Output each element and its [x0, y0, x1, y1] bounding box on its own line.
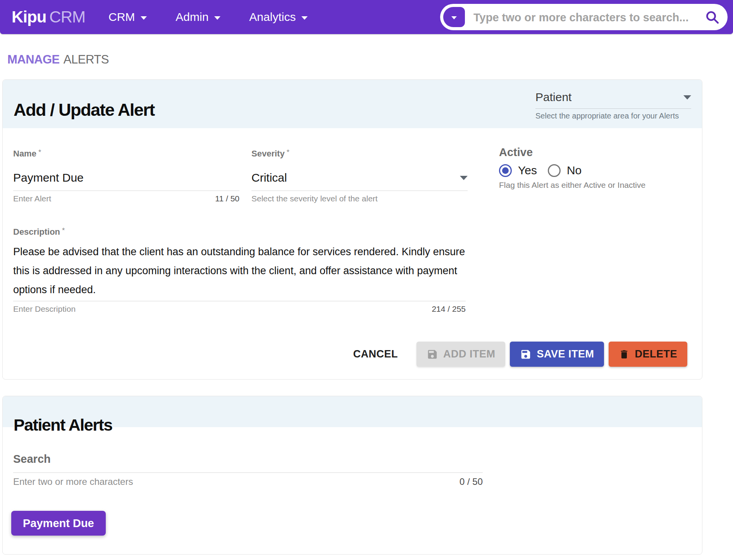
- alerts-search-field: Search Enter two or more characters 0 / …: [13, 453, 483, 487]
- search-icon[interactable]: [704, 9, 720, 26]
- add-update-alert-card: Add / Update Alert Patient Select the ap…: [2, 79, 702, 380]
- breadcrumb: MANAGEALERTS: [7, 53, 109, 67]
- patient-alerts-title: Patient Alerts: [14, 416, 112, 435]
- severity-helper: Select the severity level of the alert: [251, 194, 378, 203]
- radio-yes-label: Yes: [518, 164, 537, 177]
- description-helper: Enter Description: [13, 304, 76, 314]
- active-radio-group: Active Yes No Flag this Alert as either …: [499, 146, 685, 190]
- description-field: Description* Please be advised that the …: [13, 226, 466, 314]
- name-label: Name*: [13, 148, 239, 159]
- global-search: [440, 4, 728, 30]
- save-icon: [427, 349, 438, 360]
- name-helper: Enter Alert: [13, 194, 51, 203]
- description-textarea[interactable]: Please be advised that the client has an…: [13, 242, 466, 299]
- alert-area-value: Patient: [535, 91, 571, 104]
- search-scope-dropdown[interactable]: [443, 7, 465, 27]
- add-item-button[interactable]: ADD ITEM: [416, 342, 506, 367]
- alerts-search-helper: Enter two or more characters: [13, 476, 133, 487]
- chevron-down-icon: [683, 95, 691, 100]
- required-mark: *: [287, 148, 289, 156]
- severity-label: Severity*: [251, 148, 468, 159]
- trash-icon: [619, 349, 630, 360]
- name-input[interactable]: Payment Due: [13, 171, 239, 184]
- card-header: Patient Alerts: [3, 396, 702, 427]
- save-item-button[interactable]: SAVE ITEM: [510, 342, 604, 367]
- radio-no-label: No: [567, 164, 582, 177]
- required-mark: *: [38, 148, 41, 156]
- top-navbar: KipuCRM CRM Admin Analytics: [0, 0, 733, 34]
- severity-field: Severity* Critical Select the severity l…: [251, 148, 468, 203]
- chevron-down-icon: [451, 16, 457, 19]
- radio-yes[interactable]: [499, 164, 512, 177]
- field-underline[interactable]: [13, 472, 483, 473]
- active-label: Active: [499, 146, 685, 159]
- field-underline: [13, 301, 466, 301]
- main-nav: CRM Admin Analytics: [108, 10, 308, 24]
- severity-select[interactable]: Critical: [251, 171, 468, 184]
- chevron-down-icon: [460, 176, 468, 180]
- patient-alerts-card: Patient Alerts Search Enter two or more …: [2, 396, 702, 555]
- logo-light: CRM: [49, 8, 85, 26]
- field-underline: [13, 191, 239, 191]
- required-mark: *: [62, 226, 65, 234]
- nav-item-admin[interactable]: Admin: [176, 10, 220, 24]
- breadcrumb-secondary: ALERTS: [64, 53, 109, 66]
- description-char-counter: 214 / 255: [432, 304, 466, 314]
- global-search-input[interactable]: [473, 4, 691, 31]
- chevron-down-icon: [301, 16, 308, 20]
- logo-bold: Kipu: [12, 8, 46, 26]
- alert-area-select[interactable]: Patient Select the appropriate area for …: [535, 91, 691, 120]
- active-helper: Flag this Alert as either Active or Inac…: [499, 180, 685, 190]
- breadcrumb-primary: MANAGE: [7, 53, 60, 66]
- app-logo[interactable]: KipuCRM: [12, 8, 85, 26]
- form-actions: CANCEL ADD ITEM SAVE ITEM DELETE: [344, 342, 687, 367]
- delete-button[interactable]: DELETE: [609, 342, 687, 367]
- chevron-down-icon: [214, 16, 220, 20]
- chevron-down-icon: [141, 16, 147, 20]
- alerts-search-counter: 0 / 50: [459, 476, 483, 487]
- name-char-counter: 11 / 50: [215, 194, 239, 203]
- name-field: Name* Payment Due Enter Alert 11 / 50: [13, 148, 239, 203]
- page-title: Add / Update Alert: [14, 100, 155, 120]
- nav-item-label: Analytics: [249, 10, 296, 24]
- nav-item-crm[interactable]: CRM: [108, 10, 147, 24]
- nav-item-analytics[interactable]: Analytics: [249, 10, 308, 24]
- save-icon: [520, 349, 532, 360]
- alert-area-helper: Select the appropriate area for your Ale…: [535, 112, 691, 120]
- radio-no[interactable]: [548, 164, 561, 177]
- field-underline: [251, 191, 468, 191]
- alert-chip-payment-due[interactable]: Payment Due: [11, 511, 106, 536]
- severity-value: Critical: [251, 171, 287, 184]
- nav-item-label: Admin: [176, 10, 208, 24]
- radio-dot: [502, 167, 509, 174]
- cancel-button[interactable]: CANCEL: [344, 342, 406, 367]
- card-header: Add / Update Alert Patient Select the ap…: [3, 80, 702, 128]
- description-label: Description*: [13, 226, 466, 237]
- nav-item-label: CRM: [108, 10, 135, 24]
- alerts-search-label: Search: [13, 453, 483, 466]
